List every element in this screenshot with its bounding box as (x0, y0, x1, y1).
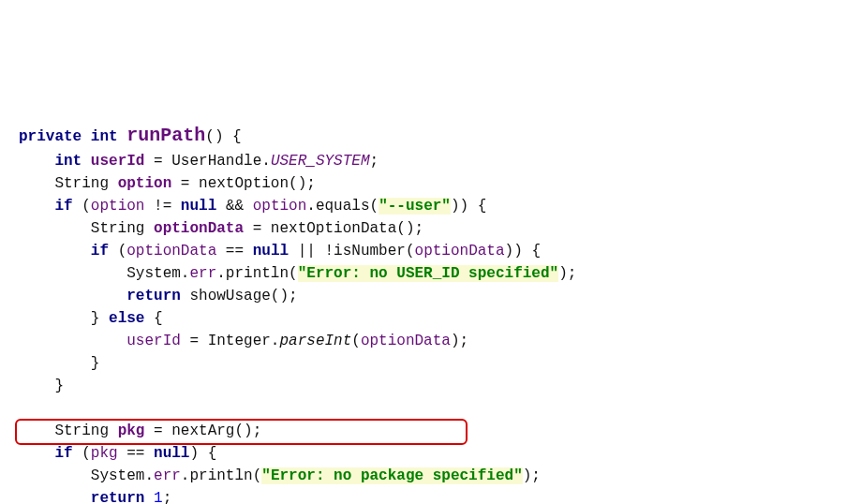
semi: ; (460, 333, 469, 349)
paren-close: ) (279, 288, 289, 304)
code-block: private int runPath() { int userId = Use… (19, 99, 576, 504)
line-14-highlighted: String pkg = nextArg(); (19, 422, 261, 439)
op-or: || (298, 243, 316, 259)
line-15: if (pkg == null) { (19, 445, 216, 462)
assign: = (244, 220, 271, 237)
semi: ; (163, 490, 172, 504)
field-err: err (154, 467, 181, 484)
ref-optionData: optionData (126, 243, 216, 259)
paren-open: ( (205, 128, 215, 145)
call-nextOption: nextOption (199, 175, 289, 192)
paren-close: ) (215, 128, 224, 145)
class-System: System (126, 265, 181, 282)
line-2: int userId = UserHandle.USER_SYSTEM; (19, 153, 379, 170)
op-eq: == (226, 243, 244, 259)
string-user-flag: "--user" (379, 198, 451, 215)
paren-close: ) (451, 198, 460, 215)
type-String: String (54, 175, 109, 192)
paren-close: ) (189, 445, 199, 462)
paren-open: ( (82, 445, 91, 462)
call-showUsage: showUsage (189, 288, 270, 304)
dot: . (306, 198, 316, 215)
keyword-if: if (91, 243, 109, 259)
call-nextOptionData: nextOptionData (271, 220, 396, 237)
paren-open: ( (253, 467, 262, 484)
paren-close: ) (558, 265, 568, 282)
line-9: } else { (19, 310, 163, 327)
paren-close: ) (513, 243, 523, 259)
line-11: } (19, 355, 99, 372)
paren-open: ( (406, 243, 415, 259)
line-13 (19, 400, 28, 417)
brace-close: } (91, 310, 100, 327)
keyword-if: if (54, 445, 72, 462)
ref-userId: userId (126, 333, 181, 349)
line-4: if (option != null && option.equals("--u… (19, 198, 486, 215)
brace-close: } (54, 378, 64, 394)
ref-option: option (91, 198, 145, 215)
line-8: return showUsage(); (19, 288, 298, 304)
class-UserHandle: UserHandle (171, 153, 261, 170)
assign: = (144, 422, 171, 439)
var-option: option (118, 175, 172, 192)
brace-close: } (91, 355, 100, 372)
line-1: private int runPath() { (19, 128, 242, 145)
paren-close: ) (298, 175, 307, 192)
field-err: err (189, 265, 216, 282)
ref-optionData: optionData (361, 333, 451, 349)
semi: ; (370, 153, 379, 170)
op-bang: ! (325, 243, 334, 259)
assign: = (171, 175, 199, 192)
keyword-null: null (181, 198, 216, 215)
line-17: return 1; (19, 490, 171, 504)
paren-close: ) (505, 243, 514, 259)
call-isNumber: isNumber (334, 243, 406, 259)
brace-open: { (208, 445, 217, 462)
class-Integer: Integer (208, 333, 271, 349)
dot: . (144, 467, 154, 484)
paren-close: ) (460, 198, 469, 215)
brace-open: { (154, 310, 163, 327)
keyword-return: return (91, 490, 145, 504)
semi: ; (253, 422, 262, 439)
keyword-int: int (54, 153, 82, 170)
paren-open: ( (396, 220, 406, 237)
semi: ; (306, 175, 316, 192)
dot: . (261, 153, 271, 170)
semi: ; (415, 220, 424, 237)
op-eq: == (126, 445, 144, 462)
method-name: runPath (126, 125, 205, 146)
string-err-pkg: "Error: no package specified" (261, 467, 522, 484)
paren-open: ( (289, 265, 298, 282)
call-equals: equals (316, 198, 370, 215)
var-optionData: optionData (154, 220, 244, 237)
semi: ; (531, 467, 541, 484)
keyword-if: if (54, 198, 72, 215)
line-16: System.err.println("Error: no package sp… (19, 467, 541, 484)
paren-close: ) (523, 467, 532, 484)
ref-pkg: pkg (91, 445, 118, 462)
paren-open: ( (118, 243, 127, 259)
paren-close: ) (244, 422, 253, 439)
line-6: if (optionData == null || !isNumber(opti… (19, 243, 541, 259)
semi: ; (568, 265, 577, 282)
line-7: System.err.println("Error: no USER_ID sp… (19, 265, 576, 282)
assign: = (181, 333, 208, 349)
call-println: println (226, 265, 289, 282)
keyword-else: else (109, 310, 144, 327)
call-parseInt: parseInt (279, 333, 351, 349)
line-10: userId = Integer.parseInt(optionData); (19, 333, 468, 349)
string-err-user: "Error: no USER_ID specified" (298, 265, 558, 282)
op-and: && (226, 198, 244, 215)
keyword-null: null (154, 445, 189, 462)
paren-close: ) (406, 220, 415, 237)
var-userId: userId (91, 153, 145, 170)
paren-open: ( (289, 175, 298, 192)
field-USER_SYSTEM: USER_SYSTEM (271, 153, 370, 170)
keyword-null: null (253, 243, 289, 259)
brace-open: { (232, 128, 242, 145)
type-String: String (91, 220, 145, 237)
keyword-int: int (91, 128, 118, 145)
semi: ; (289, 288, 298, 304)
brace-open: { (478, 198, 487, 215)
